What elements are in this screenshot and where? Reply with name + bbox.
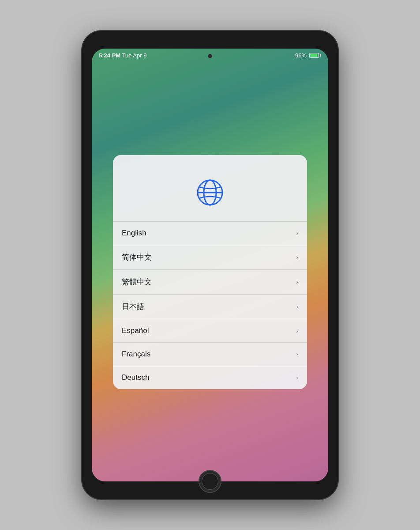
language-item-spanish[interactable]: Español › xyxy=(113,319,307,342)
ipad-screen: 5:24 PM Tue Apr 9 96% xyxy=(92,49,328,481)
language-label-german: Deutsch xyxy=(122,373,149,382)
globe-icon xyxy=(195,177,225,208)
chevron-right-icon-german: › xyxy=(296,374,298,381)
battery-body xyxy=(309,53,319,58)
language-item-french[interactable]: Français › xyxy=(113,342,307,366)
chevron-right-icon-traditional-chinese: › xyxy=(296,278,298,285)
language-label-simplified-chinese: 简体中文 xyxy=(122,252,152,262)
battery-fill xyxy=(310,54,317,57)
language-label-french: Français xyxy=(122,350,150,359)
battery-icon xyxy=(309,53,321,58)
language-selection-card: English › 简体中文 › 繁體中文 › 日本語 xyxy=(113,155,307,389)
language-item-japanese[interactable]: 日本語 › xyxy=(113,294,307,319)
screen-content: English › 简体中文 › 繁體中文 › 日本語 xyxy=(92,62,328,481)
chevron-right-icon-japanese: › xyxy=(296,303,298,310)
ipad-device: 5:24 PM Tue Apr 9 96% xyxy=(82,31,338,499)
battery-tip xyxy=(320,54,321,57)
language-item-english[interactable]: English › xyxy=(113,221,307,245)
status-time-date: 5:24 PM Tue Apr 9 xyxy=(99,52,146,59)
globe-container xyxy=(113,168,307,221)
battery-percent-label: 96% xyxy=(295,52,307,59)
chevron-right-icon-simplified-chinese: › xyxy=(296,254,298,261)
language-item-traditional-chinese[interactable]: 繁體中文 › xyxy=(113,269,307,294)
status-time: 5:24 PM xyxy=(99,52,120,59)
language-label-japanese: 日本語 xyxy=(122,302,144,312)
home-button[interactable] xyxy=(199,470,221,493)
chevron-right-icon-english: › xyxy=(296,230,298,237)
screen-background: 5:24 PM Tue Apr 9 96% xyxy=(92,49,328,481)
status-date: Tue Apr 9 xyxy=(122,52,147,59)
front-camera xyxy=(208,54,212,58)
chevron-right-icon-french: › xyxy=(296,351,298,358)
language-item-german[interactable]: Deutsch › xyxy=(113,366,307,389)
language-item-simplified-chinese[interactable]: 简体中文 › xyxy=(113,245,307,269)
language-label-spanish: Español xyxy=(122,326,149,335)
language-list: English › 简体中文 › 繁體中文 › 日本語 xyxy=(113,221,307,389)
chevron-right-icon-spanish: › xyxy=(296,327,298,334)
language-label-english: English xyxy=(122,229,146,238)
language-label-traditional-chinese: 繁體中文 xyxy=(122,277,152,287)
home-button-inner xyxy=(202,473,218,490)
status-right-group: 96% xyxy=(295,52,321,59)
